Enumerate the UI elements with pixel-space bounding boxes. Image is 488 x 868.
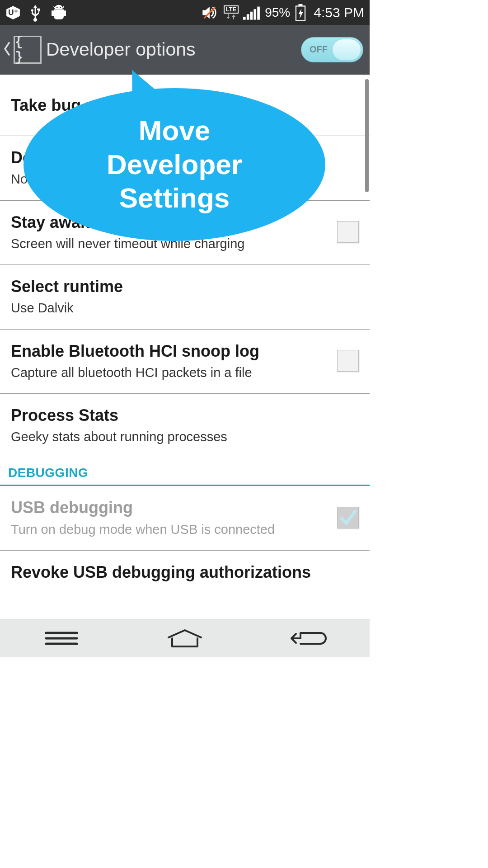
back-icon[interactable] — [2, 41, 13, 58]
item-desktop-backup-password[interactable]: Desktop backup password No password set — [0, 136, 370, 200]
bt-snoop-checkbox[interactable] — [337, 350, 359, 372]
item-revoke-usb-auth[interactable]: Revoke USB debugging authorizations — [0, 551, 370, 586]
nav-back-button[interactable] — [277, 625, 340, 652]
toggle-knob — [332, 39, 361, 61]
android-debug-icon — [50, 4, 68, 21]
developer-options-toggle[interactable]: OFF ON — [301, 37, 363, 62]
item-take-bug-report[interactable]: Take bug report — [0, 75, 370, 136]
svg-rect-5 — [243, 16, 246, 19]
section-header-debugging: DEBUGGING — [0, 458, 370, 486]
item-subtitle: Use Dalvik — [11, 300, 350, 316]
uplus-icon: U⁺ — [5, 5, 21, 20]
usb-debugging-checkbox[interactable] — [337, 507, 359, 528]
svg-text:U⁺: U⁺ — [8, 8, 18, 17]
item-title: Enable Bluetooth HCI snoop log — [11, 341, 328, 361]
status-left-icons: U⁺ — [5, 4, 68, 22]
scrollbar-thumb[interactable] — [365, 79, 369, 192]
item-title: Stay awake — [11, 212, 328, 232]
volume-muted-icon — [201, 5, 219, 20]
battery-percent: 95% — [265, 5, 290, 20]
item-title: Revoke USB debugging authorizations — [11, 562, 350, 582]
item-usb-debugging[interactable]: USB debugging Turn on debug mode when US… — [0, 486, 370, 550]
svg-rect-7 — [250, 11, 253, 19]
item-title: Process Stats — [11, 406, 350, 425]
usb-icon — [29, 4, 42, 22]
menu-icon — [43, 630, 80, 646]
clock: 4:53 PM — [314, 5, 364, 20]
item-select-runtime[interactable]: Select runtime Use Dalvik — [0, 265, 370, 329]
item-subtitle: Turn on debug mode when USB is connected — [11, 521, 328, 538]
toggle-off-label: OFF — [310, 44, 328, 55]
item-subtitle: Geeky stats about running processes — [11, 429, 350, 445]
item-title: Select runtime — [11, 277, 350, 296]
item-subtitle: Capture all bluetooth HCI packets in a f… — [11, 364, 328, 381]
nav-home-button[interactable] — [153, 625, 216, 652]
svg-rect-6 — [247, 14, 249, 19]
developer-badge-icon: { } — [14, 36, 42, 64]
signal-icon — [243, 5, 260, 20]
back-icon — [288, 629, 328, 647]
stay-awake-checkbox[interactable] — [337, 221, 359, 243]
item-subtitle: Screen will never timeout while charging — [11, 236, 328, 252]
app-bar: { } Developer options OFF ON — [0, 25, 370, 75]
screen-title: Developer options — [46, 39, 301, 60]
svg-point-3 — [60, 6, 61, 8]
svg-rect-11 — [299, 4, 303, 6]
svg-rect-8 — [254, 9, 257, 19]
settings-list: Take bug report Desktop backup password … — [0, 75, 370, 586]
item-title: Desktop backup password — [11, 148, 350, 167]
status-right: LTE 95% 4:53 PM — [201, 4, 364, 21]
item-bluetooth-hci-snoop[interactable]: Enable Bluetooth HCI snoop log Capture a… — [0, 330, 370, 394]
item-title: USB debugging — [11, 498, 328, 517]
item-title: Take bug report — [11, 95, 350, 115]
lte-indicator: LTE — [224, 5, 239, 20]
nav-menu-button[interactable] — [30, 625, 93, 652]
item-process-stats[interactable]: Process Stats Geeky stats about running … — [0, 394, 370, 458]
navigation-bar — [0, 619, 370, 657]
svg-point-2 — [56, 6, 58, 8]
home-icon — [166, 628, 204, 648]
item-stay-awake[interactable]: Stay awake Screen will never timeout whi… — [0, 201, 370, 265]
svg-rect-9 — [258, 6, 260, 19]
item-subtitle: No password set — [11, 171, 350, 187]
battery-charging-icon — [295, 4, 306, 21]
status-bar: U⁺ LTE 95% 4:53 PM — [0, 0, 370, 25]
checkmark-icon — [339, 509, 357, 527]
